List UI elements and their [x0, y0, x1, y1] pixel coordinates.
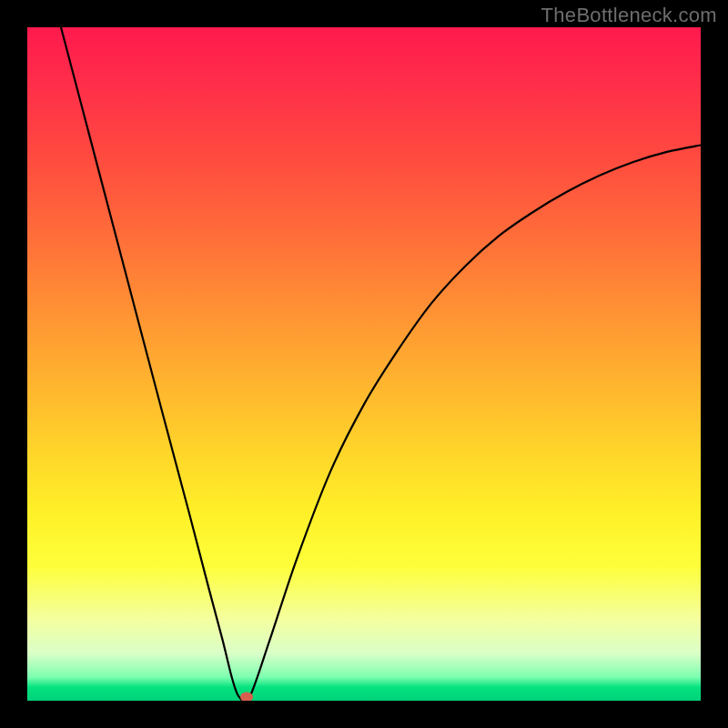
- plot-area: [27, 27, 701, 701]
- watermark-text: TheBottleneck.com: [541, 4, 717, 27]
- optimal-point-marker: [240, 693, 253, 701]
- chart-frame: TheBottleneck.com: [0, 0, 728, 728]
- bottleneck-curve: [27, 27, 701, 701]
